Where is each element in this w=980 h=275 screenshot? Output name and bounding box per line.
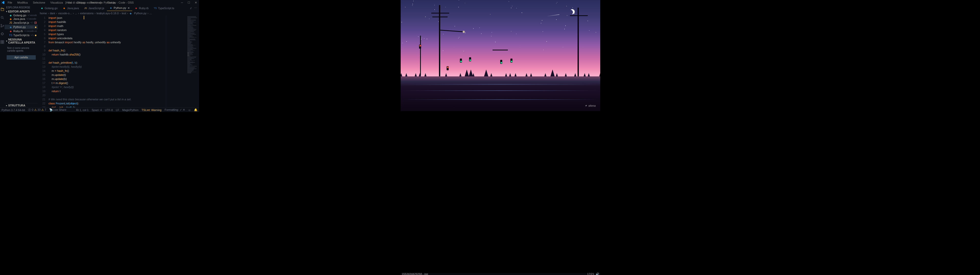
tab-label: TypeScript.ts xyxy=(158,6,174,9)
file-path: ~/.vscode-oss/exten... xyxy=(30,34,34,36)
file-name: Java.java xyxy=(13,17,25,21)
status-problems[interactable]: ⓧ 0 ⚠ 33 ⚠ 7 xyxy=(28,108,46,112)
tab-label: Python.py xyxy=(114,6,126,9)
desktop-wallpaper-monitor: ✦ αℓena 1553434429268...jpg 17/21 🔊 xyxy=(199,0,980,275)
chevron-down-icon: ▾ xyxy=(6,40,7,42)
tab-label: Java.java xyxy=(67,6,79,9)
taskbar-filename: 1553434429268...jpg xyxy=(402,272,428,275)
status-cursor-pos[interactable]: Ri 1, col 1 xyxy=(76,109,89,112)
tab-typescript-ts[interactable]: TSTypeScript.ts xyxy=(151,5,177,11)
svg-point-4 xyxy=(1,33,3,35)
menu-selection[interactable]: Selezione xyxy=(32,0,46,5)
taskbar[interactable]: 1553434429268...jpg 17/21 🔊 xyxy=(401,273,600,275)
debug-icon[interactable] xyxy=(0,32,5,36)
status-eol[interactable]: LF xyxy=(116,109,119,112)
status-tslint[interactable]: TSLint: Warning xyxy=(142,109,162,112)
tab-java-java[interactable]: ◆Java.java xyxy=(60,5,81,11)
file-path: ~/.vscode-oss/extens... xyxy=(30,21,33,24)
breadcrumb-segment[interactable]: vscode-o... xyxy=(58,12,72,15)
menu-view[interactable]: Visualizza xyxy=(49,0,64,5)
chevron-right-icon: ▸ xyxy=(6,104,7,107)
file-path: ~/.vscode-oss/extensions/tea... xyxy=(27,14,37,17)
breadcrumb-segment[interactable]: extensions xyxy=(80,12,94,15)
breadcrumb-segment[interactable]: ... xyxy=(75,12,77,15)
no-folder-section[interactable]: ▾NESSUNA CARTELLA APERTA xyxy=(5,38,38,44)
tab-golang-go[interactable]: ◆Golang.go xyxy=(38,5,60,11)
split-editor-icon[interactable]: ⫽ xyxy=(189,6,192,9)
explorer-icon[interactable] xyxy=(0,7,5,12)
bell-icon[interactable]: 🔔 xyxy=(194,108,197,112)
code-lines[interactable]: import jsonimport hashlibimport mathimpo… xyxy=(48,15,186,107)
menu-edit[interactable]: Modifica xyxy=(16,0,29,5)
vscode-window: File Modifica Selezione Visualizza Vai D… xyxy=(0,0,199,112)
modified-dot-icon: ● xyxy=(35,25,37,29)
taskbar-volume-icon[interactable]: 🔊 xyxy=(596,272,599,275)
explorer-sidebar: ESPLORA RISORSE ▾EDITOR APERTI ◆Golang.g… xyxy=(5,5,38,107)
chevron-right-icon: › xyxy=(78,12,79,15)
info-icon: ⚠ xyxy=(41,108,44,111)
minimize-button[interactable]: ─ xyxy=(180,1,184,4)
status-liveshare[interactable]: 📡Live Share xyxy=(49,108,66,112)
line-gutter: 1234567891011121314151617181920212223242… xyxy=(38,15,48,107)
scm-icon[interactable] xyxy=(0,24,5,28)
traffic-light-red xyxy=(419,44,421,49)
status-formatting[interactable]: Formatting: ✓ ✕ xyxy=(165,108,185,112)
open-editor-item[interactable]: JSJavaScript.js~/.vscode-oss/extens...⊟ xyxy=(5,21,38,25)
breadcrumb-segment[interactable]: home xyxy=(40,12,47,15)
file-path: ~/.vscode-oss/extensions... xyxy=(27,26,34,28)
file-name: Golang.go xyxy=(13,14,26,17)
breadcrumb-segment[interactable]: dani xyxy=(50,12,55,15)
status-language[interactable]: MagicPython xyxy=(122,109,138,112)
pole-arm xyxy=(431,13,449,14)
maximize-button[interactable]: ☐ xyxy=(186,1,191,4)
file-icon: ◆ xyxy=(9,17,12,21)
open-editor-item[interactable]: ◆Ruby.rb~/.vscode-oss/extensions/teab... xyxy=(5,29,38,33)
status-encoding[interactable]: UTF-8 xyxy=(105,109,113,112)
breadcrumb-segment[interactable]: test xyxy=(122,12,126,15)
chevron-right-icon: › xyxy=(120,12,121,15)
explorer-title: ESPLORA RISORSE xyxy=(5,5,38,9)
tab-javascript-js[interactable]: JSJavaScript.js xyxy=(81,5,107,11)
open-folder-button[interactable]: Apri cartella xyxy=(6,55,36,60)
tab-actions: ⫽ ⋯ xyxy=(187,5,199,11)
open-editor-item[interactable]: ◆Python.py~/.vscode-oss/extensions...● xyxy=(5,25,38,29)
moon-icon xyxy=(570,9,575,14)
extensions-icon[interactable] xyxy=(0,40,5,44)
no-folder-message: Non ci sono ancora cartelle aperte. xyxy=(5,44,38,54)
warning-icon: ⚠ xyxy=(34,108,37,111)
code-editor[interactable]: 1234567891011121314151617181920212223242… xyxy=(38,15,199,107)
file-icon: JS xyxy=(9,21,12,24)
breadcrumb-segment[interactable]: teabyii.ayu-0.18.0 xyxy=(97,12,119,15)
close-button[interactable]: ✕ xyxy=(194,1,198,4)
minimap[interactable] xyxy=(186,15,199,107)
outline-section[interactable]: ▸STRUTTURA xyxy=(5,103,38,107)
search-icon[interactable] xyxy=(0,15,5,20)
svg-rect-6 xyxy=(3,41,4,42)
breadcrumb-segment[interactable]: Python.py xyxy=(134,12,146,15)
status-indent[interactable]: Spazi: 4 xyxy=(92,109,102,112)
feedback-icon[interactable]: ☺ xyxy=(188,109,191,112)
file-icon: JS xyxy=(84,6,87,9)
breadcrumb-segment[interactable]: ... xyxy=(150,12,152,15)
chevron-right-icon: › xyxy=(95,12,96,15)
titlebar: File Modifica Selezione Visualizza Vai D… xyxy=(0,0,199,5)
open-editor-item[interactable]: ◆Java.java~/.vscode-oss/extensions/tea..… xyxy=(5,17,38,21)
menu-file[interactable]: File xyxy=(6,0,13,5)
open-editor-item[interactable]: ◆Golang.go~/.vscode-oss/extensions/tea..… xyxy=(5,14,38,17)
breadcrumbs[interactable]: home›dani›vscode-o...›...›extensions›tea… xyxy=(38,11,199,15)
error-icon: ⓧ xyxy=(28,108,31,111)
status-python-version[interactable]: Python 3.7.4 64-bit xyxy=(2,109,25,112)
window-controls: ─ ☐ ✕ xyxy=(180,1,198,4)
traffic-light-green xyxy=(511,58,512,63)
stars-layer xyxy=(401,0,600,51)
tab-ruby-rb[interactable]: ◆Ruby.rb xyxy=(132,5,151,11)
file-icon: ◆ xyxy=(129,12,132,15)
open-editor-item[interactable]: TSTypeScript.ts~/.vscode-oss/exten...● xyxy=(5,33,38,38)
more-actions-icon[interactable]: ⋯ xyxy=(194,6,197,9)
close-tab-icon[interactable]: ✕ xyxy=(127,6,130,9)
file-icon: ◆ xyxy=(9,14,12,17)
open-editors-section[interactable]: ▾EDITOR APERTI xyxy=(5,9,38,14)
vscode-icon xyxy=(1,1,5,4)
tab-python-py[interactable]: ◆Python.py✕ xyxy=(107,5,132,11)
svg-point-1 xyxy=(1,24,2,25)
